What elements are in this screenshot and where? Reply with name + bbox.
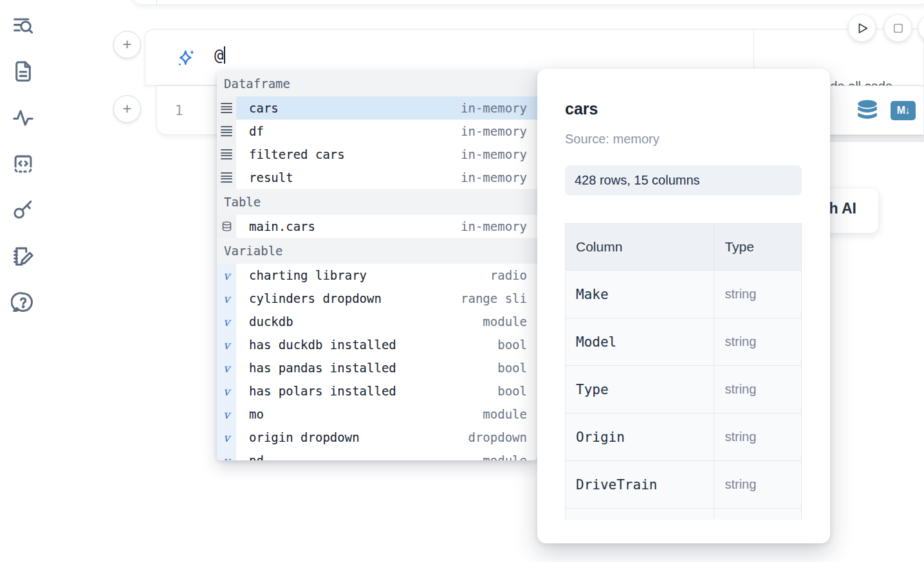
schema-column-type: string — [714, 318, 802, 366]
schema-row: Make string — [566, 271, 802, 318]
schema-column-name — [566, 509, 714, 520]
schema-row: DriveTrain string — [566, 461, 802, 509]
completion-item[interactable]: v result in-memory — [217, 166, 537, 189]
completion-item-name: has_polars_installed — [249, 384, 497, 398]
schema-column-name: DriveTrain — [566, 461, 714, 509]
schema-column-type: string — [714, 413, 802, 461]
completion-dropdown: Dataframe v cars in-memory v — [217, 71, 537, 460]
schema-column-type: string — [714, 461, 802, 509]
schema-column-name: Model — [566, 318, 714, 366]
schema-column-type: string — [714, 366, 802, 413]
search-list-icon[interactable] — [11, 14, 35, 39]
completion-item-name: has_pandas_installed — [249, 361, 497, 375]
completion-item-type: range_sli — [461, 291, 527, 305]
schema-header-column: Column — [566, 224, 714, 271]
sidebar — [0, 0, 46, 562]
completion-section-header: Dataframe — [217, 71, 537, 96]
completion-item-name: result — [249, 170, 461, 185]
code-snippet-icon[interactable] — [11, 152, 35, 176]
variable-icon: v — [223, 338, 230, 352]
completion-item-name: has_duckdb_installed — [249, 338, 497, 352]
completion-item-name: origin_dropdown — [249, 430, 468, 444]
completion-item-type: in-memory — [461, 147, 527, 161]
completion-item-name: cars — [249, 101, 461, 115]
notebook-edit-icon[interactable] — [11, 244, 35, 268]
completion-item-name: df — [249, 124, 461, 138]
ai-sparkle-icon — [175, 47, 197, 69]
line-number: 1 — [157, 86, 201, 135]
completion-item[interactable]: v cars in-memory — [217, 96, 537, 120]
previous-cell-edge — [132, 0, 924, 5]
schema-column-name: Origin — [566, 413, 714, 461]
schema-column-name: Make — [566, 271, 714, 318]
ai-prompt-input[interactable]: @ — [214, 46, 225, 64]
previous-cell-gutter-divider — [156, 0, 157, 5]
completion-item[interactable]: v has_polars_installed bool — [217, 379, 537, 403]
schema-row — [566, 509, 802, 520]
stop-cell-button[interactable] — [884, 14, 912, 42]
schema-column-name: Type — [566, 366, 714, 413]
preview-title: cars — [565, 100, 598, 118]
marimo-notebook: { "sidebar": { "items": [ {"icon": "sear… — [0, 0, 924, 562]
completion-item[interactable]: v has_duckdb_installed bool — [217, 333, 537, 356]
run-cell-button[interactable] — [848, 14, 876, 42]
completion-item-type: in-memory — [461, 219, 527, 233]
completion-item-type: bool — [497, 361, 527, 375]
completion-item[interactable]: v charting_library radio — [217, 264, 537, 287]
completion-item[interactable]: v pd module — [217, 449, 537, 460]
completion-item[interactable]: v duckdb module — [217, 310, 537, 333]
completion-item-type: bool — [497, 338, 527, 352]
add-cell-button-bottom[interactable]: + — [113, 95, 141, 123]
completion-item[interactable]: v cylinders_dropdown range_sli — [217, 287, 537, 310]
completion-item[interactable]: v has_pandas_installed bool — [217, 356, 537, 379]
completion-item[interactable]: v filtered_cars in-memory — [217, 143, 537, 166]
add-cell-button-top[interactable]: + — [113, 31, 141, 59]
schema-column-type — [714, 509, 802, 520]
preview-schema-table: Column Type Make string Model string Typ… — [565, 223, 802, 520]
completion-section-header: Table — [217, 189, 537, 215]
completion-item-type: bool — [497, 384, 527, 398]
completion-section-header: Variable — [217, 238, 537, 264]
preview-shape-badge: 428 rows, 15 columns — [565, 165, 802, 195]
variable-icon: v — [223, 292, 230, 305]
play-icon — [855, 21, 869, 35]
completion-item-type: in-memory — [461, 170, 527, 185]
completion-item-name: charting_library — [249, 268, 490, 282]
completion-item-name: cylinders_dropdown — [249, 291, 461, 305]
table-database-icon — [221, 221, 232, 232]
text-caret — [224, 46, 225, 64]
completion-item[interactable]: v origin_dropdown dropdown — [217, 426, 537, 449]
schema-row: Origin string — [566, 413, 802, 461]
markdown-action-icon[interactable]: M↓ — [891, 101, 916, 120]
completion-item-name: main.cars — [249, 219, 461, 233]
completion-item-type: in-memory — [461, 124, 527, 138]
completion-item-name: filtered_cars — [249, 147, 461, 161]
stop-icon — [892, 22, 905, 35]
completion-item-name: pd — [249, 453, 483, 460]
key-icon[interactable] — [11, 197, 35, 222]
completion-item-name: duckdb — [249, 314, 483, 329]
completion-item[interactable]: v df in-memory — [217, 120, 537, 143]
schema-row: Type string — [566, 366, 802, 413]
variable-icon: v — [223, 431, 230, 444]
document-icon[interactable] — [11, 59, 35, 84]
help-chat-icon[interactable] — [11, 290, 35, 314]
completion-item[interactable]: v main.cars in-memory — [217, 215, 537, 238]
variable-icon: v — [223, 269, 230, 282]
variable-icon: v — [223, 454, 230, 461]
variable-icon: v — [223, 408, 230, 421]
activity-icon[interactable] — [11, 105, 35, 130]
schema-header-type: Type — [714, 224, 802, 271]
variable-icon: v — [223, 361, 230, 375]
database-action-icon[interactable] — [855, 98, 880, 123]
variable-icon: v — [223, 385, 230, 398]
completion-item-type: in-memory — [461, 101, 527, 115]
schema-column-type: string — [714, 271, 802, 318]
completion-item[interactable]: v mo module — [217, 403, 537, 426]
dataframe-icon — [221, 102, 232, 115]
preview-source: Source: memory — [565, 132, 660, 147]
dataframe-icon — [221, 148, 232, 161]
completion-item-type: module — [483, 407, 527, 421]
completion-item-type: module — [483, 314, 527, 329]
dataframe-preview-tooltip: cars Source: memory 428 rows, 15 columns… — [537, 69, 830, 543]
